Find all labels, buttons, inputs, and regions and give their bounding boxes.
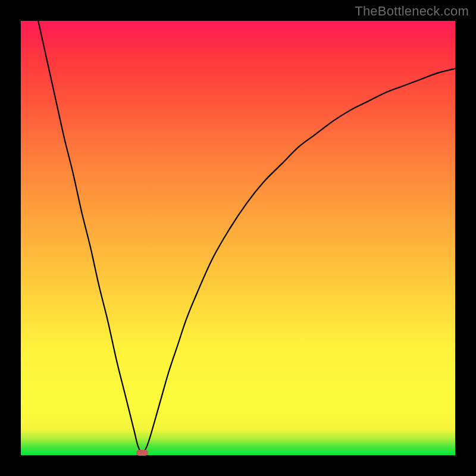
bottleneck-curve-path [38, 21, 455, 453]
curve-svg [21, 21, 455, 455]
plot-area [21, 21, 455, 455]
curve-minimum-marker [136, 450, 148, 456]
watermark-text: TheBottleneck.com [355, 4, 469, 19]
chart-frame: TheBottleneck.com [0, 0, 476, 476]
